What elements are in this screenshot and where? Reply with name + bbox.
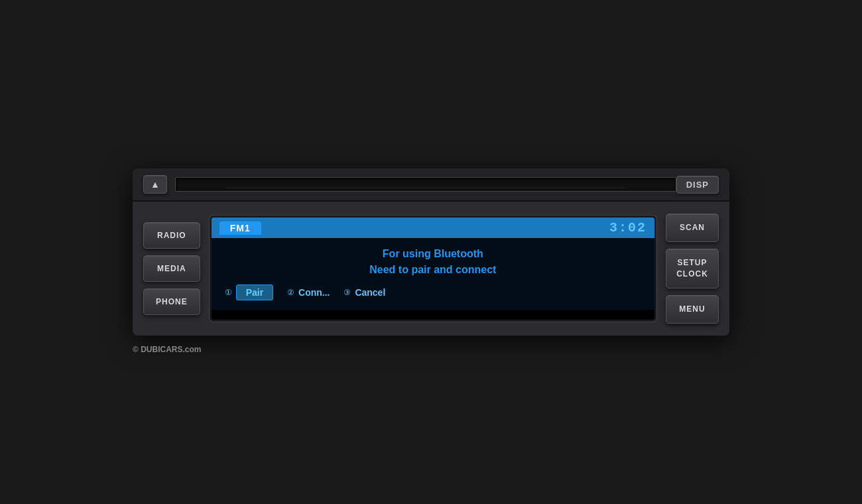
- scan-button[interactable]: SCAN: [666, 214, 719, 242]
- cd-slot: [175, 177, 676, 192]
- top-bar: ▲ DISP: [133, 168, 729, 202]
- option1-pair-label[interactable]: Pair: [236, 284, 273, 300]
- message-line2: Need to pair and connect: [369, 264, 496, 275]
- phone-button[interactable]: PHONE: [143, 288, 200, 315]
- option2-number: ②: [287, 288, 294, 297]
- bluetooth-message: For using Bluetooth Need to pair and con…: [222, 246, 644, 278]
- option1-number: ①: [225, 288, 232, 297]
- right-buttons: SCAN SETUP CLOCK MENU: [666, 214, 719, 323]
- car-radio: ▲ DISP RADIO MEDIA PHONE FM1 3:02: [133, 168, 729, 335]
- main-area: RADIO MEDIA PHONE FM1 3:02 For using Blu…: [133, 202, 729, 335]
- left-buttons: RADIO MEDIA PHONE: [143, 222, 200, 315]
- setup-clock-button[interactable]: SETUP CLOCK: [666, 249, 719, 288]
- menu-button[interactable]: MENU: [666, 295, 719, 324]
- fm-tab: FM1: [219, 221, 261, 235]
- disp-button[interactable]: DISP: [676, 176, 719, 194]
- display-screen: FM1 3:02 For using Bluetooth Need to pai…: [210, 216, 656, 322]
- screen-top-bar: FM1 3:02: [212, 218, 654, 238]
- option3-cancel-label[interactable]: Cancel: [355, 287, 385, 298]
- radio-button[interactable]: RADIO: [143, 222, 200, 249]
- message-line1: For using Bluetooth: [383, 248, 483, 259]
- option3-number: ③: [343, 288, 351, 297]
- screen-options: ① Pair ② Conn... ③ Cancel: [222, 284, 644, 304]
- eject-button[interactable]: ▲: [143, 175, 167, 194]
- cd-slot-area: ▲: [143, 175, 676, 194]
- watermark: © DUBICARS.com: [133, 345, 202, 354]
- screen-message-area: For using Bluetooth Need to pair and con…: [212, 238, 654, 310]
- media-button[interactable]: MEDIA: [143, 255, 200, 282]
- screen-inner: FM1 3:02 For using Bluetooth Need to pai…: [212, 218, 654, 310]
- screen-time: 3:02: [609, 220, 646, 235]
- option2-conn-label[interactable]: Conn...: [298, 287, 330, 298]
